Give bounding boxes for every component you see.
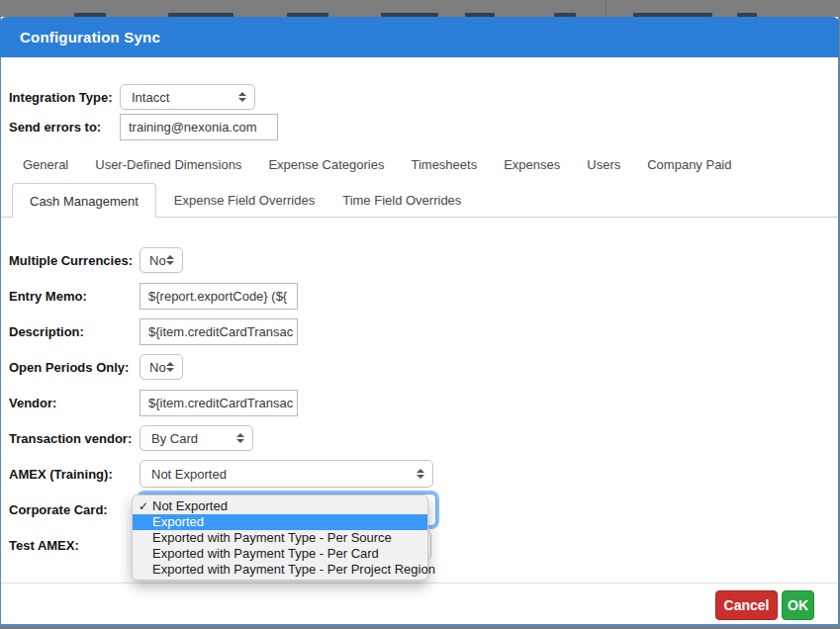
- multiple-currencies-value: No: [149, 253, 166, 268]
- cancel-button[interactable]: Cancel: [715, 590, 778, 620]
- vendor-value: ${item.creditCardTransac: [148, 396, 293, 410]
- menu-option-exported-per-project-region[interactable]: Exported with Payment Type - Per Project…: [133, 562, 427, 578]
- description-label: Description:: [9, 324, 140, 339]
- integration-type-row: Integration Type: Intacct: [9, 84, 255, 110]
- entry-memo-row: Entry Memo: ${report.exportCode} (${: [9, 278, 830, 314]
- amex-training-row: AMEX (Training): Not Exported: [9, 456, 830, 492]
- dialog-title: Configuration Sync: [20, 29, 160, 45]
- menu-option-exported-per-source[interactable]: Exported with Payment Type - Per Source: [133, 530, 427, 546]
- checkmark-icon: ✓: [139, 498, 148, 514]
- menu-option-exported-per-card[interactable]: Exported with Payment Type - Per Card: [133, 546, 427, 562]
- multiple-currencies-row: Multiple Currencies: No: [9, 242, 830, 278]
- entry-memo-value: ${report.exportCode} (${: [148, 289, 287, 304]
- corporate-card-label: Corporate Card:: [9, 502, 140, 517]
- send-errors-value: training@nexonia.com: [129, 120, 257, 135]
- transaction-vendor-row: Transaction vendor: By Card: [9, 420, 830, 456]
- integration-type-select[interactable]: Intacct: [120, 84, 255, 110]
- transaction-vendor-select[interactable]: By Card: [140, 425, 253, 451]
- tab-general[interactable]: General: [23, 157, 68, 172]
- secondary-tabs: Cash Management Expense Field Overrides …: [12, 183, 461, 218]
- menu-option-exported[interactable]: Exported: [133, 514, 427, 530]
- description-row: Description: ${item.creditCardTransac: [9, 314, 830, 349]
- ok-button[interactable]: OK: [782, 590, 814, 620]
- select-stepper-icon: [166, 255, 174, 265]
- multiple-currencies-label: Multiple Currencies:: [9, 253, 140, 268]
- entry-memo-input[interactable]: ${report.exportCode} (${: [140, 283, 298, 310]
- dialog-header: Configuration Sync: [0, 17, 839, 57]
- description-input[interactable]: ${item.creditCardTransac: [140, 318, 298, 345]
- configuration-sync-dialog: Configuration Sync Integration Type: Int…: [0, 17, 839, 626]
- backdrop-page-strip: [0, 0, 840, 17]
- select-stepper-icon: [417, 469, 424, 479]
- tab-company-paid[interactable]: Company Paid: [647, 157, 731, 172]
- vendor-label: Vendor:: [9, 396, 140, 410]
- corporate-card-dropdown-menu: ✓ Not Exported Exported Exported with Pa…: [132, 494, 428, 581]
- tab-cash-management[interactable]: Cash Management: [12, 183, 156, 218]
- amex-training-value: Not Exported: [151, 467, 227, 482]
- tab-timesheets[interactable]: Timesheets: [411, 157, 477, 172]
- tab-time-field-overrides[interactable]: Time Field Overrides: [342, 183, 461, 218]
- tab-expense-field-overrides[interactable]: Expense Field Overrides: [174, 183, 315, 218]
- vendor-input[interactable]: ${item.creditCardTransac: [140, 390, 298, 416]
- description-value: ${item.creditCardTransac: [148, 324, 293, 339]
- select-stepper-icon: [166, 362, 174, 372]
- open-periods-only-value: No: [149, 360, 166, 375]
- open-periods-only-select[interactable]: No: [140, 354, 183, 380]
- open-periods-only-label: Open Periods Only:: [9, 360, 140, 375]
- tab-expenses[interactable]: Expenses: [504, 157, 560, 172]
- entry-memo-label: Entry Memo:: [9, 289, 140, 304]
- send-errors-input[interactable]: training@nexonia.com: [120, 114, 278, 140]
- tab-expense-categories[interactable]: Expense Categories: [268, 157, 384, 172]
- integration-type-value: Intacct: [132, 90, 169, 105]
- primary-tabs: General User-Defined Dimensions Expense …: [23, 157, 732, 172]
- transaction-vendor-label: Transaction vendor:: [9, 431, 140, 446]
- amex-training-select[interactable]: Not Exported: [140, 460, 433, 488]
- tab-user-defined-dimensions[interactable]: User-Defined Dimensions: [95, 157, 241, 172]
- vendor-row: Vendor: ${item.creditCardTransac: [9, 385, 830, 420]
- test-amex-label: Test AMEX:: [9, 538, 140, 553]
- transaction-vendor-value: By Card: [151, 431, 198, 446]
- multiple-currencies-select[interactable]: No: [140, 247, 183, 273]
- select-stepper-icon: [238, 92, 246, 102]
- integration-type-label: Integration Type:: [9, 90, 120, 105]
- amex-training-label: AMEX (Training):: [9, 467, 140, 482]
- send-errors-label: Send errors to:: [9, 120, 120, 135]
- tab-users[interactable]: Users: [587, 157, 620, 172]
- backdrop-divider: [606, 0, 607, 17]
- send-errors-row: Send errors to: training@nexonia.com: [9, 114, 278, 140]
- open-periods-only-row: Open Periods Only: No: [9, 349, 830, 385]
- footer-divider: [1, 583, 838, 584]
- menu-option-not-exported[interactable]: ✓ Not Exported: [133, 498, 427, 514]
- select-stepper-icon: [236, 433, 244, 443]
